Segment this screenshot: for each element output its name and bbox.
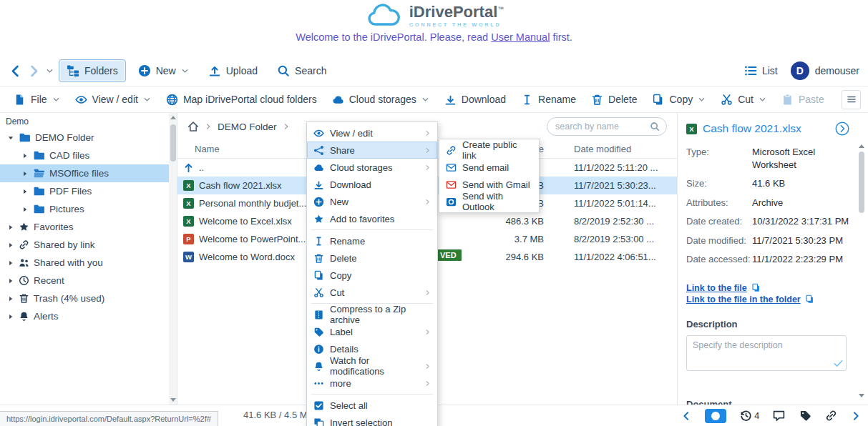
menu-item-label: Send email [462,162,509,173]
sidebar-item-shared-by-link[interactable]: Shared by link [0,236,177,254]
menu-item-compress-zip[interactable]: Compress to a Zip archive [307,306,437,323]
expand-panel-icon[interactable] [835,122,849,136]
new-button[interactable]: New [131,60,196,81]
tree-expand-icon[interactable] [7,277,14,284]
copy-link-icon[interactable] [805,294,814,304]
sidebar-item-demo-folder[interactable]: DEMO Folder [0,129,177,147]
menu-item-cut[interactable]: Cut [307,284,437,301]
versions-button[interactable]: 4 [740,410,759,422]
sidebar-item-pdf-files[interactable]: PDF Files [0,182,177,200]
link-to-file-in-folder[interactable]: Link to the file in the folder [686,294,801,304]
view-edit-menu-button[interactable]: View / edit [69,91,157,109]
scroll-down-arrow[interactable] [859,394,864,397]
sidebar-item-msoffice-files[interactable]: MSOffice files [0,164,177,182]
paste-button[interactable]: Paste [775,91,831,109]
back-icon[interactable] [9,64,22,78]
sidebar-item-trash[interactable]: Trash (4% used) [0,289,177,307]
menu-item-select-all[interactable]: Select all [307,397,437,414]
comments-button[interactable] [773,410,785,422]
download-button[interactable]: Download [438,91,512,109]
cut-button[interactable]: Cut [714,91,773,109]
scrollbar-thumb[interactable] [859,152,864,213]
tree-expand-icon[interactable] [21,170,29,177]
user-avatar[interactable]: D [791,61,809,80]
list-view-button[interactable]: List [737,60,785,81]
sidebar-item-recent[interactable]: Recent [0,272,177,289]
details-scrollbar[interactable] [857,142,866,400]
search-by-name-input[interactable] [554,121,645,132]
submenu-arrow-icon [424,147,431,154]
panel-prev-icon[interactable] [681,411,691,421]
breadcrumb-folder[interactable]: DEMO Folder [218,122,277,132]
delete-button[interactable]: Delete [585,91,643,109]
cloud-storages-button[interactable]: Cloud storages [326,91,436,109]
tree-expand-icon[interactable] [7,224,14,231]
copy-button[interactable]: Copy [645,91,712,109]
sidebar-item-favorites[interactable]: Favorites [0,218,177,236]
breadcrumb-chevron-icon[interactable] [283,123,290,130]
column-header-date-modified[interactable]: Date modified [550,144,677,154]
sidebar-item-shared-with-you[interactable]: Shared with you [0,254,177,272]
home-icon[interactable] [187,121,199,132]
menu-item-watch-modifications[interactable]: Watch for modifications [307,357,437,375]
menu-item-label: Create public link [462,139,532,161]
link-to-file[interactable]: Link to the file [686,283,747,293]
sidebar-item-alerts[interactable]: Alerts [0,307,177,325]
tree-expand-icon[interactable] [7,242,14,249]
menu-item-share[interactable]: Share [307,142,437,159]
folders-tree-icon [67,64,79,77]
rename-button[interactable]: Rename [515,91,582,109]
submenu-item-send-email[interactable]: Send email [439,159,539,176]
menu-item-invert-selection[interactable]: Invert selection [307,414,437,426]
description-input[interactable] [687,336,846,370]
scroll-up-arrow[interactable] [859,144,864,148]
search-button[interactable]: Search [270,60,333,81]
map-cloud-folders-button[interactable]: Map iDrivePortal cloud folders [160,91,323,109]
forward-icon[interactable] [27,64,41,78]
menu-item-label[interactable]: Label [307,323,437,340]
list-button-label: List [762,65,778,76]
menu-item-delete[interactable]: Delete [307,249,437,267]
sidebar-scrollbar[interactable] [169,113,177,405]
panel-next-icon[interactable] [851,411,861,421]
menu-item-more[interactable]: more [307,375,437,392]
links-button[interactable] [825,410,837,422]
tree-expand-icon[interactable] [7,295,14,302]
sidebar-item-cad-files[interactable]: CAD files [0,147,177,164]
scroll-down-arrow[interactable] [170,398,176,402]
rename-icon [521,94,533,106]
tree-expand-icon[interactable] [7,259,14,267]
save-description-check-icon[interactable] [833,358,844,369]
submenu-item-create-public-link[interactable]: Create public link [439,142,539,159]
tree-expand-icon[interactable] [7,134,14,142]
file-menu-button[interactable]: File [7,91,67,109]
nav-history-chevron-icon[interactable] [46,67,54,75]
menu-item-copy[interactable]: Copy [307,267,437,284]
menu-item-cloud-storages[interactable]: Cloud storages [307,159,437,176]
tag-icon [313,327,324,337]
tree-expand-icon[interactable] [21,188,29,195]
menu-item-rename[interactable]: Rename [307,232,437,249]
user-manual-link[interactable]: User Manual [491,31,550,43]
labels-button[interactable] [799,410,811,422]
tree-expand-icon[interactable] [7,313,14,320]
folders-button[interactable]: Folders [59,59,126,82]
copy-link-icon[interactable] [751,283,761,292]
username[interactable]: demouser [815,65,859,76]
more-menu-button[interactable] [842,90,861,109]
menu-item-new[interactable]: New [307,193,437,210]
tree-expand-icon[interactable] [21,206,29,213]
submenu-item-send-outlook[interactable]: Send with Outlook [439,193,539,210]
scrollbar-thumb[interactable] [170,124,176,162]
tree-expand-icon[interactable] [21,152,29,159]
sidebar-item-pictures[interactable]: Pictures [0,200,177,218]
upload-button[interactable]: Upload [201,60,265,81]
info-tab-button[interactable] [705,409,726,423]
tree-root-label[interactable]: Demo [0,113,177,129]
menu-item-download[interactable]: Download [307,176,437,193]
menu-item-add-to-favorites[interactable]: Add to favorites [307,210,437,227]
scroll-up-arrow[interactable] [170,116,176,119]
sidebar-item-label: CAD files [49,150,89,161]
menu-item-view-edit[interactable]: View / edit [307,124,437,142]
search-icon[interactable] [650,122,660,132]
